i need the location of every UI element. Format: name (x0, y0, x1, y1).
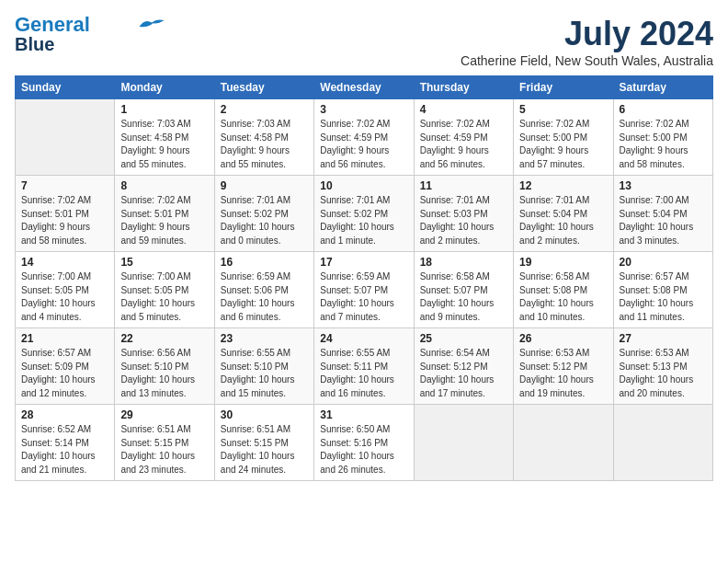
day-number: 10 (320, 179, 407, 192)
day-info: Sunrise: 6:57 AM Sunset: 5:09 PM Dayligh… (21, 347, 108, 400)
day-number: 25 (420, 332, 507, 345)
calendar-cell: 12Sunrise: 7:01 AM Sunset: 5:04 PM Dayli… (514, 176, 613, 252)
col-header-sunday: Sunday (16, 76, 115, 99)
calendar-cell: 28Sunrise: 6:52 AM Sunset: 5:14 PM Dayli… (16, 405, 115, 481)
col-header-tuesday: Tuesday (214, 76, 313, 99)
day-number: 26 (519, 332, 607, 345)
day-info: Sunrise: 7:01 AM Sunset: 5:03 PM Dayligh… (420, 194, 507, 247)
day-info: Sunrise: 6:59 AM Sunset: 5:06 PM Dayligh… (221, 270, 308, 324)
day-info: Sunrise: 7:02 AM Sunset: 5:00 PM Dayligh… (519, 118, 607, 171)
day-number: 30 (221, 408, 308, 421)
calendar-cell (414, 405, 513, 481)
day-info: Sunrise: 7:00 AM Sunset: 5:04 PM Dayligh… (620, 194, 707, 247)
day-info: Sunrise: 7:01 AM Sunset: 5:04 PM Dayligh… (519, 194, 607, 247)
day-number: 16 (221, 256, 308, 269)
calendar-cell: 29Sunrise: 6:51 AM Sunset: 5:15 PM Dayli… (115, 405, 214, 481)
day-number: 18 (420, 256, 507, 269)
calendar-cell: 31Sunrise: 6:50 AM Sunset: 5:16 PM Dayli… (314, 405, 414, 481)
calendar-cell: 26Sunrise: 6:53 AM Sunset: 5:12 PM Dayli… (514, 328, 613, 405)
calendar-cell (16, 99, 115, 176)
day-number: 29 (120, 408, 208, 421)
calendar-cell (514, 405, 613, 481)
day-info: Sunrise: 6:55 AM Sunset: 5:11 PM Dayligh… (320, 347, 407, 400)
calendar-cell: 10Sunrise: 7:01 AM Sunset: 5:02 PM Dayli… (314, 176, 414, 252)
col-header-monday: Monday (115, 76, 214, 99)
day-info: Sunrise: 6:52 AM Sunset: 5:14 PM Dayligh… (21, 423, 108, 477)
col-header-friday: Friday (514, 76, 613, 99)
calendar-cell: 9Sunrise: 7:01 AM Sunset: 5:02 PM Daylig… (214, 176, 313, 252)
calendar-cell: 15Sunrise: 7:00 AM Sunset: 5:05 PM Dayli… (115, 252, 214, 328)
calendar-cell: 14Sunrise: 7:00 AM Sunset: 5:05 PM Dayli… (16, 252, 115, 328)
day-info: Sunrise: 6:53 AM Sunset: 5:12 PM Dayligh… (519, 347, 607, 400)
day-number: 8 (120, 179, 208, 192)
day-number: 17 (320, 256, 407, 269)
day-number: 6 (620, 103, 707, 116)
col-header-saturday: Saturday (613, 76, 712, 99)
calendar-cell: 11Sunrise: 7:01 AM Sunset: 5:03 PM Dayli… (414, 176, 513, 252)
day-number: 31 (320, 408, 407, 421)
calendar-cell: 27Sunrise: 6:53 AM Sunset: 5:13 PM Dayli… (613, 328, 712, 405)
day-number: 23 (221, 332, 308, 345)
day-number: 7 (21, 179, 108, 192)
calendar-cell: 25Sunrise: 6:54 AM Sunset: 5:12 PM Dayli… (414, 328, 513, 405)
location-title: Catherine Field, New South Wales, Austra… (461, 53, 713, 68)
day-number: 13 (620, 179, 707, 192)
logo-text: General (15, 15, 90, 35)
day-info: Sunrise: 6:58 AM Sunset: 5:08 PM Dayligh… (519, 270, 607, 324)
day-info: Sunrise: 7:03 AM Sunset: 4:58 PM Dayligh… (120, 118, 208, 171)
calendar-cell: 5Sunrise: 7:02 AM Sunset: 5:00 PM Daylig… (514, 99, 613, 176)
logo: General Blue (15, 15, 165, 53)
calendar-cell: 17Sunrise: 6:59 AM Sunset: 5:07 PM Dayli… (314, 252, 414, 328)
day-info: Sunrise: 7:02 AM Sunset: 4:59 PM Dayligh… (320, 118, 407, 171)
calendar-cell: 20Sunrise: 6:57 AM Sunset: 5:08 PM Dayli… (613, 252, 712, 328)
header: General Blue July 2024 Catherine Field, … (15, 15, 713, 68)
day-info: Sunrise: 7:02 AM Sunset: 5:01 PM Dayligh… (21, 194, 108, 247)
month-title: July 2024 (461, 15, 713, 53)
day-info: Sunrise: 6:57 AM Sunset: 5:08 PM Dayligh… (620, 270, 707, 324)
calendar-cell (613, 405, 712, 481)
day-info: Sunrise: 7:02 AM Sunset: 4:59 PM Dayligh… (420, 118, 507, 171)
day-info: Sunrise: 6:56 AM Sunset: 5:10 PM Dayligh… (120, 347, 208, 400)
day-info: Sunrise: 7:02 AM Sunset: 5:01 PM Dayligh… (120, 194, 208, 247)
day-info: Sunrise: 6:59 AM Sunset: 5:07 PM Dayligh… (320, 270, 407, 324)
day-info: Sunrise: 6:54 AM Sunset: 5:12 PM Dayligh… (420, 347, 507, 400)
calendar-cell: 6Sunrise: 7:02 AM Sunset: 5:00 PM Daylig… (613, 99, 712, 176)
day-number: 14 (21, 256, 108, 269)
day-info: Sunrise: 6:51 AM Sunset: 5:15 PM Dayligh… (120, 423, 208, 477)
day-number: 2 (221, 103, 308, 116)
calendar-cell: 7Sunrise: 7:02 AM Sunset: 5:01 PM Daylig… (16, 176, 115, 252)
calendar-cell: 13Sunrise: 7:00 AM Sunset: 5:04 PM Dayli… (613, 176, 712, 252)
day-info: Sunrise: 7:00 AM Sunset: 5:05 PM Dayligh… (21, 270, 108, 324)
day-number: 22 (120, 332, 208, 345)
calendar-cell: 8Sunrise: 7:02 AM Sunset: 5:01 PM Daylig… (115, 176, 214, 252)
calendar-cell: 2Sunrise: 7:03 AM Sunset: 4:58 PM Daylig… (214, 99, 313, 176)
day-info: Sunrise: 6:53 AM Sunset: 5:13 PM Dayligh… (620, 347, 707, 400)
calendar-table: SundayMondayTuesdayWednesdayThursdayFrid… (15, 75, 713, 481)
day-number: 15 (120, 256, 208, 269)
calendar-cell: 30Sunrise: 6:51 AM Sunset: 5:15 PM Dayli… (214, 405, 313, 481)
day-number: 5 (519, 103, 607, 116)
day-number: 9 (221, 179, 308, 192)
calendar-cell: 1Sunrise: 7:03 AM Sunset: 4:58 PM Daylig… (115, 99, 214, 176)
day-number: 4 (420, 103, 507, 116)
day-info: Sunrise: 7:03 AM Sunset: 4:58 PM Dayligh… (221, 118, 308, 171)
day-number: 1 (120, 103, 208, 116)
col-header-thursday: Thursday (414, 76, 513, 99)
day-number: 27 (620, 332, 707, 345)
col-header-wednesday: Wednesday (314, 76, 414, 99)
day-info: Sunrise: 7:01 AM Sunset: 5:02 PM Dayligh… (221, 194, 308, 247)
calendar-cell: 23Sunrise: 6:55 AM Sunset: 5:10 PM Dayli… (214, 328, 313, 405)
calendar-cell: 4Sunrise: 7:02 AM Sunset: 4:59 PM Daylig… (414, 99, 513, 176)
day-info: Sunrise: 7:01 AM Sunset: 5:02 PM Dayligh… (320, 194, 407, 247)
day-info: Sunrise: 7:02 AM Sunset: 5:00 PM Dayligh… (620, 118, 707, 171)
title-area: July 2024 Catherine Field, New South Wal… (461, 15, 713, 68)
day-info: Sunrise: 6:55 AM Sunset: 5:10 PM Dayligh… (221, 347, 308, 400)
day-info: Sunrise: 7:00 AM Sunset: 5:05 PM Dayligh… (120, 270, 208, 324)
day-number: 3 (320, 103, 407, 116)
calendar-cell: 18Sunrise: 6:58 AM Sunset: 5:07 PM Dayli… (414, 252, 513, 328)
logo-bird-icon (138, 16, 165, 32)
day-number: 21 (21, 332, 108, 345)
day-info: Sunrise: 6:50 AM Sunset: 5:16 PM Dayligh… (320, 423, 407, 477)
calendar-cell: 3Sunrise: 7:02 AM Sunset: 4:59 PM Daylig… (314, 99, 414, 176)
day-info: Sunrise: 6:51 AM Sunset: 5:15 PM Dayligh… (221, 423, 308, 477)
